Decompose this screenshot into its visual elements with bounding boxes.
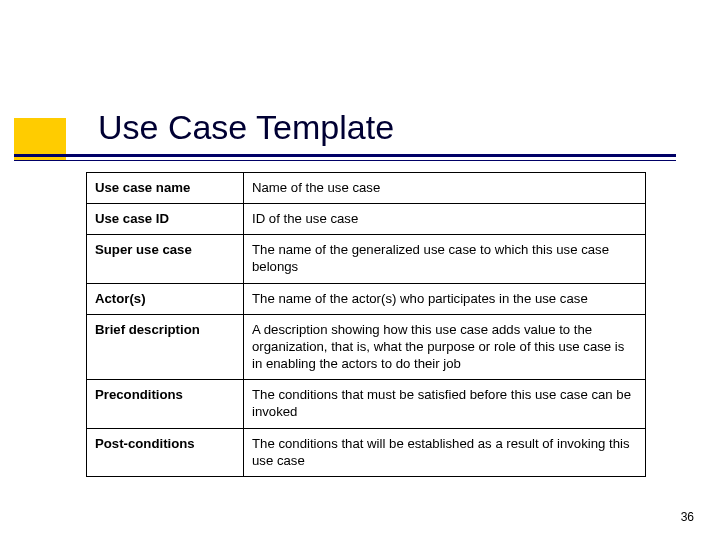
row-desc: Name of the use case bbox=[244, 173, 646, 204]
row-label: Actor(s) bbox=[87, 283, 244, 314]
table-row: Use case name Name of the use case bbox=[87, 173, 646, 204]
table-row: Post-conditions The conditions that will… bbox=[87, 428, 646, 476]
use-case-template-table: Use case name Name of the use case Use c… bbox=[86, 172, 646, 477]
row-desc: The name of the generalized use case to … bbox=[244, 235, 646, 283]
page-number: 36 bbox=[681, 510, 694, 524]
row-desc: The conditions that must be satisfied be… bbox=[244, 380, 646, 428]
table-row: Use case ID ID of the use case bbox=[87, 204, 646, 235]
title-underline bbox=[14, 154, 676, 161]
page-title: Use Case Template bbox=[98, 108, 394, 147]
table-row: Actor(s) The name of the actor(s) who pa… bbox=[87, 283, 646, 314]
row-desc: ID of the use case bbox=[244, 204, 646, 235]
row-desc: The name of the actor(s) who participate… bbox=[244, 283, 646, 314]
row-label: Super use case bbox=[87, 235, 244, 283]
table-row: Super use case The name of the generaliz… bbox=[87, 235, 646, 283]
row-label: Brief description bbox=[87, 314, 244, 379]
row-label: Use case name bbox=[87, 173, 244, 204]
row-label: Post-conditions bbox=[87, 428, 244, 476]
table-row: Brief description A description showing … bbox=[87, 314, 646, 379]
row-desc: The conditions that will be established … bbox=[244, 428, 646, 476]
row-label: Use case ID bbox=[87, 204, 244, 235]
table-row: Preconditions The conditions that must b… bbox=[87, 380, 646, 428]
row-desc: A description showing how this use case … bbox=[244, 314, 646, 379]
row-label: Preconditions bbox=[87, 380, 244, 428]
